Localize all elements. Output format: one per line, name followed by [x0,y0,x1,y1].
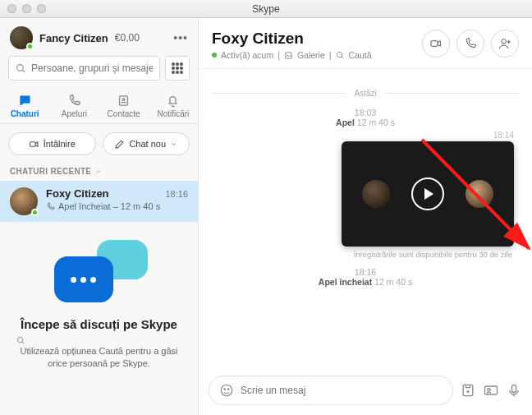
svg-rect-7 [286,52,291,58]
empty-state: Începe să discuți pe Skype Utilizează op… [0,222,198,382]
add-participant-button[interactable] [491,30,519,58]
svg-rect-17 [485,386,498,394]
chat-bubbles-illustration [46,237,153,311]
dialpad-icon [172,62,183,74]
svg-point-15 [228,389,230,390]
presence-dot [31,209,39,216]
contacts-icon [117,94,131,108]
add-person-icon [498,37,511,50]
video-icon [29,139,39,150]
svg-point-0 [17,64,24,71]
bell-icon [166,94,180,108]
svg-rect-10 [431,41,438,47]
tab-calls[interactable]: Apeluri [49,89,99,123]
svg-line-9 [341,56,342,58]
attach-file-icon[interactable] [460,382,476,399]
presence-dot [26,43,34,50]
svg-point-3 [122,99,125,101]
gallery-link[interactable]: Galerie [297,50,325,60]
svg-point-8 [337,52,342,57]
message-time: 18:14 [212,131,514,140]
tab-contacts[interactable]: Contacte [99,89,149,123]
day-separator: Astăzi [212,89,519,98]
tab-notifications[interactable]: Notificări [149,89,198,123]
search-icon [336,51,345,60]
self-balance[interactable]: €0,00 [115,32,140,44]
search-input[interactable] [31,62,153,74]
recent-chats-header[interactable]: CHATURI RECENTE [0,164,198,181]
chevron-down-icon [170,141,177,148]
chevron-down-icon [94,168,102,175]
tab-chats[interactable]: Chaturi [0,89,49,123]
search-input-wrapper[interactable] [8,56,160,81]
new-chat-button[interactable]: Chat nou [103,132,190,155]
svg-point-13 [221,385,232,396]
svg-point-14 [224,389,226,390]
svg-point-11 [502,39,506,44]
self-avatar[interactable] [10,26,33,49]
participant-avatar [466,180,493,208]
message-input[interactable] [241,385,443,396]
chat-time: 18:16 [165,189,188,199]
chat-preview: Apel încheiat – 12 m 40 s [46,201,188,211]
participant-avatar [362,180,390,208]
svg-point-18 [488,389,490,391]
call-event: 18:16 Apel încheiat 12 m 40 s [212,267,519,287]
window-title: Skype [0,3,532,15]
phone-icon [67,94,81,108]
more-menu-button[interactable]: ••• [173,31,188,44]
contact-avatar [10,187,38,215]
video-icon [429,37,443,50]
gallery-icon [284,51,293,60]
conversation-body[interactable]: Astăzi 18:03 Apel 12 m 40 s 18:14 Înregi… [199,69,532,369]
play-icon [411,178,444,210]
call-recording-thumbnail[interactable] [342,141,514,247]
svg-rect-4 [30,141,35,145]
meet-now-button[interactable]: Întâlnire [8,132,96,155]
titlebar: Skype [0,0,532,18]
phone-icon [464,37,477,50]
conversation-header: Foxy Citizen Activ(ă) acum | Galerie | C… [199,18,532,69]
contact-name: Foxy Citizen [46,187,109,200]
svg-rect-19 [512,385,516,392]
chat-icon [18,94,32,108]
empty-heading: Începe să discuți pe Skype [16,317,181,331]
svg-line-1 [22,70,25,72]
voice-message-icon[interactable] [506,382,522,399]
search-icon [16,336,25,345]
call-event: 18:03 Apel 12 m 40 s [212,108,519,127]
search-icon [16,63,26,74]
video-call-button[interactable] [422,30,450,58]
presence-dot [212,53,217,58]
chat-list-item[interactable]: Foxy Citizen 18:16 Apel încheiat – 12 m … [0,181,198,222]
empty-body: Utilizează opțiunea Caută pentru a găsi … [16,336,181,371]
message-input-wrapper[interactable] [209,376,453,405]
audio-call-button[interactable] [456,30,484,58]
call-ended-icon [46,202,55,211]
svg-point-5 [17,337,22,342]
search-in-chat-link[interactable]: Caută [349,50,372,60]
presence-label: Activ(ă) acum [221,50,273,60]
contact-card-icon[interactable] [483,382,499,399]
conversation-title[interactable]: Foxy Citizen [212,30,422,48]
compose-icon [114,139,125,150]
self-name: Fancy Citizen [39,32,108,44]
message-composer [199,369,532,415]
dialpad-button[interactable] [165,56,190,81]
main-pane: Foxy Citizen Activ(ă) acum | Galerie | C… [199,18,532,415]
sidebar: Fancy Citizen €0,00 ••• Chaturi Apeluri [0,18,199,415]
recording-caption: Înregistrările sunt disponibile pentru 3… [212,250,512,259]
emoji-icon[interactable] [219,383,234,398]
svg-line-6 [22,342,24,344]
